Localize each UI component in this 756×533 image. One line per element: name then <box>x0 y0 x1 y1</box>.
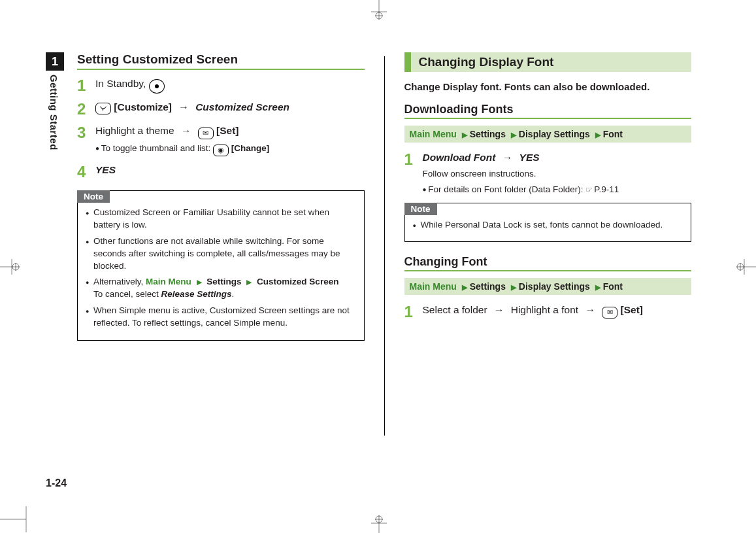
crop-mark-left <box>0 254 20 280</box>
step-text: Select a folder <box>423 304 490 315</box>
note-item: Other functions are not available while … <box>86 235 357 273</box>
customize-label: [Customize] <box>114 101 172 112</box>
intro-text: Change Display font. Fonts can also be d… <box>404 81 692 92</box>
side-tab: 1 Getting Started <box>46 52 64 150</box>
note-title: Note <box>77 190 110 203</box>
arrow-icon: → <box>585 304 595 315</box>
step-2: 2 Y' [Customize] → Customized Screen <box>77 100 365 117</box>
step-number: 1 <box>404 303 423 320</box>
svg-text:Y': Y' <box>101 107 105 112</box>
crop-mark-top <box>366 0 392 20</box>
step-text: Highlight a theme <box>95 125 177 136</box>
mail-key-icon: ✉ <box>602 307 617 318</box>
crop-mark-bottom <box>366 515 392 533</box>
column-divider <box>384 56 385 436</box>
step-number: 4 <box>77 163 95 180</box>
set-label: [Set] <box>621 304 643 315</box>
dl-step-1: 1 Download Font → YES Follow onscreen in… <box>404 150 692 196</box>
customized-screen-label: Customized Screen <box>195 101 289 112</box>
step-1: 1 In Standby, <box>77 77 365 94</box>
step-number: 1 <box>77 77 95 94</box>
step-number: 2 <box>77 100 95 117</box>
center-key-icon <box>149 79 165 94</box>
menu-path: Main Menu ▶Settings ▶Display Settings ▶F… <box>404 278 692 295</box>
mail-key-icon: ✉ <box>198 128 214 139</box>
sub-text: Follow onscreen instructions. <box>423 167 619 181</box>
cf-step-1: 1 Select a folder → Highlight a font → ✉… <box>404 303 692 320</box>
note-item: Alternatively, Main Menu ▶ Settings ▶ Cu… <box>86 276 357 301</box>
note-box-right: Note While Personal Data Lock is set, fo… <box>404 203 692 243</box>
step-number: 3 <box>77 124 95 141</box>
arrow-icon: → <box>494 304 504 315</box>
right-column: Changing Display Font Change Display fon… <box>404 52 692 436</box>
camera-key-icon: ◉ <box>213 145 229 156</box>
step-text: In Standby, <box>95 78 149 89</box>
page-ref: P.9-11 <box>594 184 619 194</box>
yes-label: YES <box>519 152 540 163</box>
arrow-icon: → <box>181 125 191 136</box>
arrow-icon: → <box>502 152 513 163</box>
note-item: While Personal Data Lock is set, fonts c… <box>413 219 685 232</box>
note-item: When Simple menu is active, Customized S… <box>86 305 357 330</box>
pointer-icon: ☞ <box>585 184 593 196</box>
step-3: 3 Highlight a theme → ✉ [Set] To toggle … <box>77 124 365 156</box>
step-4: 4 YES <box>77 163 365 180</box>
crop-mark-right <box>736 254 756 280</box>
step-number: 1 <box>404 150 423 167</box>
download-font-label: Download Font <box>423 152 496 163</box>
right-heading-bar: Changing Display Font <box>404 52 692 72</box>
set-label: [Set] <box>216 125 238 136</box>
yes-label: YES <box>95 163 116 177</box>
note-title: Note <box>404 203 437 215</box>
crop-mark-corner <box>0 506 33 533</box>
subhead-changing: Changing Font <box>404 255 692 271</box>
menu-path: Main Menu ▶Settings ▶Display Settings ▶F… <box>404 126 692 143</box>
y-key-icon: Y' <box>95 103 111 114</box>
sub-text: To toggle thumbnail and list: <box>101 143 213 153</box>
left-column: Setting Customized Screen 1 In Standby, … <box>77 52 365 436</box>
step-text: Highlight a font <box>511 304 582 315</box>
arrow-icon: → <box>178 101 189 112</box>
sub-text: For details on Font folder (Data Folder)… <box>428 184 585 194</box>
change-label: [Change] <box>231 143 270 153</box>
note-item: Customized Screen or Familiar Usability … <box>86 207 357 232</box>
left-heading: Setting Customized Screen <box>77 52 365 70</box>
chapter-label: Getting Started <box>48 75 59 150</box>
chapter-number: 1 <box>46 52 64 71</box>
right-heading: Changing Display Font <box>411 52 692 72</box>
page-number: 1-24 <box>46 477 67 489</box>
note-box-left: Note Customized Screen or Familiar Usabi… <box>77 190 365 341</box>
subhead-downloading: Downloading Fonts <box>404 103 692 119</box>
